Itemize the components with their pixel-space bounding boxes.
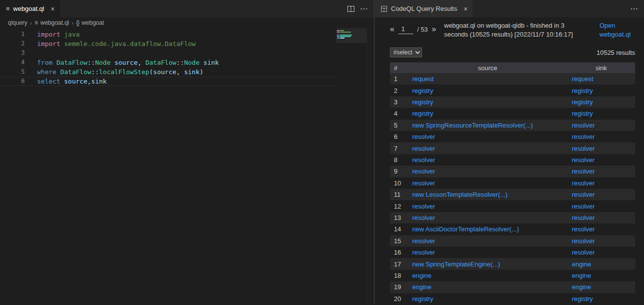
line-number: 2 <box>0 39 25 48</box>
source-link[interactable]: new SpringResourceTemplateResolver(...) <box>412 122 533 129</box>
line-content: select source,sink <box>37 77 107 86</box>
sink-link[interactable]: engine <box>572 261 591 268</box>
page-input[interactable] <box>398 24 413 34</box>
sink-link[interactable]: resolver <box>572 133 595 140</box>
result-number: 14 <box>390 223 408 235</box>
result-row: 9resolverresolver <box>390 166 635 177</box>
breadcrumb-item-file[interactable]: webgoat.ql <box>41 19 69 26</box>
sink-link[interactable]: request <box>572 75 593 83</box>
source-link[interactable]: resolver <box>412 133 435 140</box>
sink-link[interactable]: registry <box>572 98 593 106</box>
sink-link[interactable]: resolver <box>572 145 595 152</box>
result-row: 1requestrequest <box>390 73 635 85</box>
open-file-link[interactable]: Open webgoat.ql <box>600 21 635 39</box>
sink-link[interactable]: engine <box>572 283 591 291</box>
sink-link[interactable]: resolver <box>572 168 595 175</box>
result-number: 10 <box>390 177 408 189</box>
sink-link[interactable]: resolver <box>572 225 595 233</box>
sink-link[interactable]: registry <box>572 295 593 303</box>
line-content: from DataFlow::Node source, DataFlow::No… <box>37 58 219 67</box>
more-actions-icon[interactable]: ⋯ <box>630 4 638 13</box>
source-link[interactable]: new AsciiDoctorTemplateResolver(...) <box>412 225 519 233</box>
result-row: 13resolverresolver <box>390 212 635 223</box>
source-link[interactable]: resolver <box>412 156 435 164</box>
line-number: 6 <box>0 77 25 86</box>
source-link[interactable]: resolver <box>412 237 435 245</box>
next-page-icon[interactable]: » <box>432 25 436 33</box>
tab-webgoat-ql[interactable]: ≡ webgoat.ql × <box>0 0 60 17</box>
code-line[interactable]: 2import semmle.code.java.dataflow.DataFl… <box>0 39 336 48</box>
chevron-separator-icon: › <box>72 19 74 27</box>
source-link[interactable]: engine <box>412 272 431 279</box>
sink-link[interactable]: registry <box>572 110 593 117</box>
sink-link[interactable]: resolver <box>572 214 595 221</box>
results-header: « / 53 » webgoat.ql on webgoat-qldb - fi… <box>390 21 635 39</box>
ql-file-icon: ≡ <box>35 19 38 26</box>
source-link[interactable]: new SpringTemplateEngine(...) <box>412 261 500 268</box>
source-link[interactable]: registry <box>412 87 433 94</box>
code-line[interactable]: 6select source,sink <box>0 77 336 86</box>
result-row: 15resolverresolver <box>390 235 635 247</box>
result-number: 17 <box>390 258 408 269</box>
line-content: import java <box>37 30 80 39</box>
code-line[interactable]: 1import java <box>0 30 336 39</box>
sink-link[interactable]: resolver <box>572 179 595 187</box>
code-line[interactable]: 4from DataFlow::Node source, DataFlow::N… <box>0 58 336 67</box>
result-number: 13 <box>390 212 408 223</box>
minimap-line <box>337 38 366 39</box>
sink-link[interactable]: resolver <box>572 249 595 256</box>
codeql-results-icon <box>381 5 387 12</box>
result-row: 11new LessonTemplateResolver(...)resolve… <box>390 189 635 200</box>
code-line[interactable]: 5where DataFlow::localFlowStep(source, s… <box>0 67 336 77</box>
sink-link[interactable]: resolver <box>572 122 595 129</box>
sink-link[interactable]: registry <box>572 87 593 94</box>
breadcrumb-item-qlquery[interactable]: qlquery <box>8 19 27 26</box>
sink-link[interactable]: resolver <box>572 156 595 164</box>
source-link[interactable]: resolver <box>412 145 435 152</box>
minimap-line <box>337 33 366 34</box>
sink-link[interactable]: resolver <box>572 191 595 198</box>
module-braces-icon: {} <box>76 19 79 26</box>
source-link[interactable]: registry <box>412 295 433 303</box>
result-number: 2 <box>390 85 408 96</box>
tab-codeql-query-results[interactable]: CodeQL Query Results × <box>375 0 472 17</box>
sink-link[interactable]: resolver <box>572 203 595 210</box>
result-row: 12resolverresolver <box>390 200 635 212</box>
minimap[interactable] <box>336 28 367 305</box>
minimap-line <box>337 32 366 33</box>
col-header-sink[interactable]: sink <box>567 62 635 73</box>
col-header-number[interactable]: # <box>390 62 408 73</box>
prev-page-icon[interactable]: « <box>390 25 394 33</box>
minimap-line <box>337 36 366 37</box>
code-lines: 1import java2import semmle.code.java.dat… <box>0 28 336 305</box>
more-actions-icon[interactable]: ⋯ <box>360 4 368 13</box>
code-line[interactable]: 3 <box>0 48 336 58</box>
split-editor-icon[interactable] <box>347 5 355 13</box>
source-link[interactable]: new LessonTemplateResolver(...) <box>412 191 508 198</box>
result-number: 11 <box>390 189 408 200</box>
result-number: 15 <box>390 235 408 247</box>
source-link[interactable]: registry <box>412 98 433 106</box>
source-link[interactable]: resolver <box>412 179 435 187</box>
editor-scrollbar[interactable] <box>367 28 374 305</box>
close-tab-icon[interactable]: × <box>464 5 468 13</box>
select-dropdown[interactable]: #select <box>390 47 422 57</box>
result-row: 3registryregistry <box>390 96 635 108</box>
tab-label: webgoat.ql <box>13 5 44 12</box>
breadcrumb-item-module[interactable]: webgoat <box>82 19 104 26</box>
close-tab-icon[interactable]: × <box>50 5 54 13</box>
source-link[interactable]: request <box>412 75 433 83</box>
source-link[interactable]: resolver <box>412 249 435 256</box>
source-link[interactable]: engine <box>412 283 431 291</box>
result-number: 4 <box>390 108 408 119</box>
source-link[interactable]: registry <box>412 110 433 117</box>
col-header-source[interactable]: source <box>408 62 567 73</box>
source-link[interactable]: resolver <box>412 168 435 175</box>
results-header-row: # source sink <box>390 62 635 73</box>
sink-link[interactable]: resolver <box>572 237 595 245</box>
code-editor[interactable]: 1import java2import semmle.code.java.dat… <box>0 28 374 305</box>
source-link[interactable]: resolver <box>412 203 435 210</box>
sink-link[interactable]: engine <box>572 272 591 279</box>
result-row: 10resolverresolver <box>390 177 635 189</box>
source-link[interactable]: resolver <box>412 214 435 221</box>
